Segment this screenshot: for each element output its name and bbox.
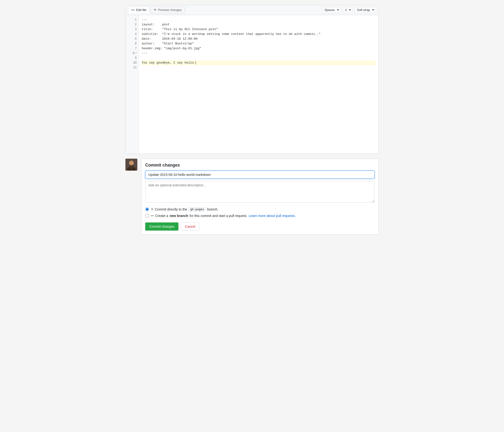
code-line [142,65,376,70]
radio-direct-option[interactable]: ⚲ Commit directly to the gh-pages branch… [145,207,375,211]
code-icon: <> [131,8,135,12]
line-number: 7 [126,46,139,51]
code-line: header-img: "img/post-bg-01.jpg" [142,46,376,51]
commit-description-textarea[interactable] [145,181,375,203]
line-number: 9 [126,56,139,60]
code-line: --- [142,51,376,56]
radio-new-text1: Create a [155,214,168,218]
radio-direct-suffix: branch. [207,207,218,211]
code-line [142,56,376,60]
softwrap-select[interactable]: Soft wrap No wrap [355,7,376,13]
commit-button[interactable]: Commit changes [145,222,179,230]
code-content[interactable]: ---layout: posttitle: "This is my OLC In… [139,15,378,154]
commit-box: Commit changes ⚲ Commit directly to the … [141,159,378,235]
line-number: 5 [126,37,139,41]
code-line: date: 2016-04-10 12:00:00 [142,37,376,41]
eye-icon: 👁 [153,8,157,12]
code-editor[interactable]: 12345678▾91011 ---layout: posttitle: "Th… [126,15,378,154]
editor-container: <> Edit file 👁 Preview changes Spaces Ta… [126,5,378,154]
code-line: You say goodbye, I say hello. [142,60,376,65]
code-line: subtitle: "I'm stuck in a worshop editin… [142,32,376,37]
code-line: layout: post [142,22,376,27]
line-numbers: 12345678▾91011 [126,15,139,154]
editor-settings: Spaces Tabs 2 4 8 Soft wrap No wrap [322,7,376,13]
radio-new-input[interactable] [145,214,149,218]
commit-actions: Commit changes Cancel [145,222,375,230]
line-number: 4 [126,32,139,37]
commit-section: Commit changes ⚲ Commit directly to the … [126,159,378,235]
radio-direct-text: Commit directly to the [155,207,187,211]
line-number: 1 [126,18,139,22]
commit-message-input[interactable] [145,171,375,179]
commit-direct-icon: ⚲ [151,207,153,211]
editor-toolbar: <> Edit file 👁 Preview changes Spaces Ta… [126,5,378,15]
radio-new-option[interactable]: ⚯ Create a new branch for this commit an… [145,214,375,218]
line-number: 11 [126,65,139,70]
radio-new-text2: for this commit and start a pull request… [190,214,247,218]
page-wrapper: <> Edit file 👁 Preview changes Spaces Ta… [126,5,378,235]
tab-preview-label: Preview changes [158,8,182,12]
commit-branch-icon: ⚯ [151,214,154,218]
indent-select[interactable]: 2 4 8 [343,7,353,13]
radio-direct-input[interactable] [145,207,149,211]
line-number: 10 [126,60,139,65]
avatar-image [126,159,137,171]
line-number: 2 [126,22,139,27]
line-number: 8▾ [126,51,139,56]
line-number: 6 [126,41,139,46]
tab-edit-label: Edit file [136,8,146,12]
radio-group: ⚲ Commit directly to the gh-pages branch… [145,207,375,218]
editor-tabs: <> Edit file 👁 Preview changes [128,7,185,13]
code-line: title: "This is my OLC Innovate post" [142,27,376,32]
line-number: 3 [126,27,139,32]
tab-preview[interactable]: 👁 Preview changes [151,7,185,13]
svg-point-3 [129,161,134,165]
cancel-button[interactable]: Cancel [181,222,199,230]
radio-new-label: ⚯ Create a new branch for this commit an… [151,214,296,218]
radio-new-bold: new branch [170,214,188,218]
spaces-select[interactable]: Spaces Tabs [322,7,341,13]
avatar [126,159,137,171]
tab-edit[interactable]: <> Edit file [128,7,150,13]
code-line: author: "Start Bootstrap" [142,41,376,46]
pull-request-link[interactable]: Learn more about pull requests. [249,214,296,218]
code-line: --- [142,18,376,22]
commit-title: Commit changes [145,163,375,168]
radio-direct-label: ⚲ Commit directly to the gh-pages branch… [151,207,218,211]
branch-badge: gh-pages [189,207,206,211]
